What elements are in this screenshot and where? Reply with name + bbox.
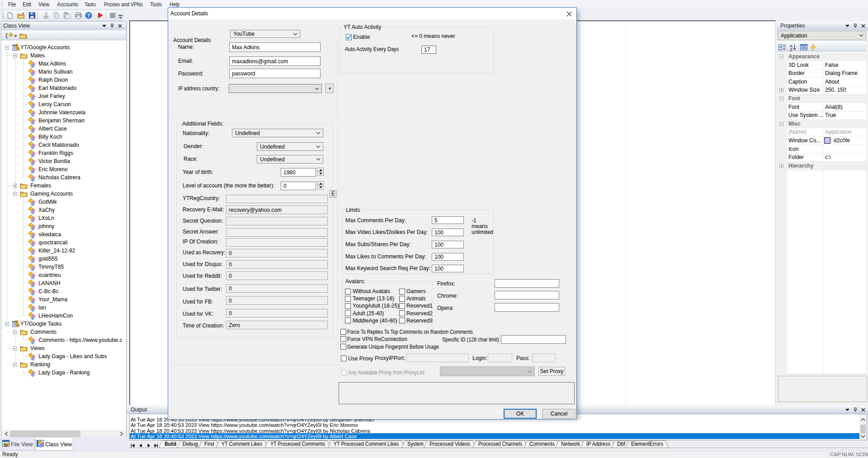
- svg-text:YT Processed Comment Likes: YT Processed Comment Likes: [334, 441, 399, 447]
- svg-text:System: System: [407, 441, 424, 447]
- svg-text:Find: Find: [204, 441, 214, 447]
- svg-text:Debug: Debug: [183, 441, 198, 447]
- svg-text:Dbf: Dbf: [617, 441, 626, 447]
- svg-text:Z: Z: [790, 47, 792, 51]
- svg-text:Network: Network: [561, 441, 580, 447]
- svg-text:YT Processed Comments: YT Processed Comments: [270, 441, 325, 447]
- svg-text:Processed Channels: Processed Channels: [478, 441, 522, 447]
- svg-text:ElementErrors: ElementErrors: [631, 441, 663, 447]
- svg-text:+: +: [779, 44, 781, 47]
- svg-text:Processed Videos: Processed Videos: [429, 441, 470, 447]
- svg-text:?: ?: [87, 13, 90, 18]
- svg-text:YT Comment Likes: YT Comment Likes: [222, 441, 262, 447]
- svg-text:Comments: Comments: [529, 441, 555, 447]
- svg-text:Build: Build: [165, 441, 176, 447]
- svg-text:+: +: [779, 47, 781, 50]
- svg-text:IP Address: IP Address: [586, 441, 610, 447]
